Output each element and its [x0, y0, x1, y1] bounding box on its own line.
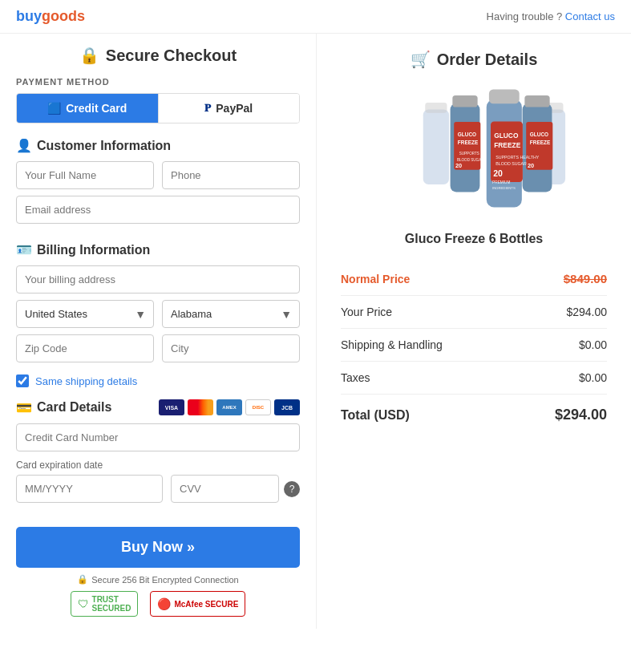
- taxes-row: Taxes $0.00: [341, 362, 607, 395]
- state-select-wrap: Alabama ▼: [162, 300, 300, 328]
- header-right: Having trouble ? Contact us: [487, 10, 615, 22]
- shield-icon: 🛡: [78, 597, 89, 610]
- svg-text:GLUCO: GLUCO: [458, 132, 476, 137]
- same-shipping-row: Same shipping details: [16, 374, 300, 387]
- mcafee-label: McAfee SECURE: [174, 600, 238, 609]
- order-details-panel: 🛒 Order Details: [317, 34, 631, 629]
- cvv-help-icon[interactable]: ?: [284, 481, 300, 497]
- expiry-cvv-row: ?: [16, 475, 300, 503]
- credit-card-tab[interactable]: 🟦 Credit Card: [17, 94, 158, 123]
- city-input[interactable]: [162, 334, 300, 362]
- state-select[interactable]: Alabama: [162, 300, 300, 328]
- svg-rect-1: [425, 103, 447, 113]
- customer-title: 👤 Customer Information: [16, 138, 300, 153]
- svg-rect-0: [423, 110, 449, 185]
- full-name-input[interactable]: [16, 161, 154, 189]
- checkout-panel: 🔒 Secure Checkout PAYMENT METHOD 🟦 Credi…: [0, 34, 317, 629]
- logo-buy: buy: [16, 8, 42, 24]
- trust-secured-label: TRUSTSECURED: [92, 595, 131, 613]
- expiry-input[interactable]: [16, 475, 163, 503]
- main-layout: 🔒 Secure Checkout PAYMENT METHOD 🟦 Credi…: [0, 34, 631, 629]
- lock-icon: 🔒: [79, 46, 99, 65]
- same-shipping-checkbox[interactable]: [16, 374, 29, 387]
- payment-method-label: PAYMENT METHOD: [16, 77, 300, 87]
- contact-link[interactable]: Contact us: [565, 10, 615, 22]
- trust-secured-badge: 🛡 TRUSTSECURED: [71, 591, 139, 617]
- payment-method-section: PAYMENT METHOD 🟦 Credit Card 𝐏 PayPal: [16, 77, 300, 123]
- checkout-title: 🔒 Secure Checkout: [16, 46, 300, 65]
- country-select[interactable]: United States: [16, 300, 154, 328]
- billing-address-input[interactable]: [16, 265, 300, 293]
- shipping-value: $0.00: [579, 338, 607, 351]
- mastercard-icon: [188, 399, 213, 415]
- svg-text:BLOOD SUGAR: BLOOD SUGAR: [457, 158, 484, 162]
- paypal-icon: 𝐏: [204, 102, 211, 115]
- trouble-text: Having trouble ?: [487, 10, 563, 22]
- amex-icon: AMEX: [216, 399, 242, 415]
- zip-input[interactable]: [16, 334, 154, 362]
- svg-text:SUPPORTS: SUPPORTS: [459, 152, 479, 156]
- cvv-input[interactable]: [171, 475, 279, 503]
- jcb-icon: JCB: [274, 399, 300, 415]
- svg-text:FREEZE: FREEZE: [494, 141, 520, 149]
- svg-text:GLUCO: GLUCO: [530, 132, 548, 137]
- paypal-tab[interactable]: 𝐏 PayPal: [158, 94, 300, 123]
- zip-city-row: [16, 334, 300, 362]
- same-shipping-label[interactable]: Same shipping details: [35, 375, 137, 387]
- product-image: GLUCO FREEZE SUPPORTS BLOOD SUGAR 20 GLU…: [378, 81, 570, 217]
- lock-small-icon: 🔒: [77, 574, 88, 585]
- card-number-input[interactable]: [16, 423, 300, 451]
- name-phone-row: [16, 161, 300, 189]
- svg-rect-5: [452, 95, 477, 107]
- payment-tabs: 🟦 Credit Card 𝐏 PayPal: [16, 93, 300, 123]
- country-state-row: United States ▼ Alabama ▼: [16, 300, 300, 328]
- product-image-wrap: GLUCO FREEZE SUPPORTS BLOOD SUGAR 20 GLU…: [341, 81, 607, 220]
- total-row: Total (USD) $294.00: [341, 395, 607, 433]
- card-details-title: 💳 Card Details: [16, 400, 111, 415]
- site-header: buygoods Having trouble ? Contact us: [0, 0, 631, 34]
- total-value: $294.00: [555, 407, 607, 423]
- your-price-value: $294.00: [566, 306, 607, 318]
- card-details-header: 💳 Card Details VISA AMEX DISC JCB: [16, 399, 300, 415]
- taxes-label: Taxes: [341, 371, 370, 384]
- svg-text:FREEZE: FREEZE: [530, 140, 551, 145]
- total-label: Total (USD): [341, 408, 410, 423]
- billing-title: 🪪 Billing Information: [16, 242, 300, 257]
- buy-now-button[interactable]: Buy Now »: [16, 527, 300, 568]
- phone-input[interactable]: [162, 161, 300, 189]
- cart-icon: 🛒: [411, 50, 431, 69]
- svg-text:BLOOD SUGAR: BLOOD SUGAR: [495, 161, 527, 166]
- normal-price-label: Normal Price: [341, 273, 410, 285]
- svg-rect-19: [489, 90, 520, 104]
- normal-price-row: Normal Price $849.00: [341, 262, 607, 296]
- secure-text-row: 🔒 Secure 256 Bit Encrypted Connection: [16, 574, 300, 585]
- secure-text-label: Secure 256 Bit Encrypted Connection: [91, 575, 238, 585]
- mcafee-badge: 🔴 McAfee SECURE: [150, 591, 245, 617]
- cvv-wrap: ?: [171, 475, 300, 503]
- svg-text:20: 20: [455, 162, 462, 169]
- trust-badges: 🛡 TRUSTSECURED 🔴 McAfee SECURE: [16, 591, 300, 617]
- country-select-wrap: United States ▼: [16, 300, 154, 328]
- taxes-value: $0.00: [579, 371, 607, 384]
- customer-section: 👤 Customer Information: [16, 138, 300, 230]
- svg-text:20: 20: [528, 162, 534, 169]
- card-type-icons: VISA AMEX DISC JCB: [159, 399, 300, 415]
- svg-text:GLUCO: GLUCO: [494, 132, 519, 140]
- order-details-title: 🛒 Order Details: [341, 50, 607, 69]
- mcafee-icon: 🔴: [157, 597, 171, 610]
- person-icon: 👤: [16, 138, 32, 153]
- your-price-label: Your Price: [341, 306, 392, 318]
- svg-text:FREEZE: FREEZE: [458, 140, 479, 145]
- card-details-section: 💳 Card Details VISA AMEX DISC JCB Card e…: [16, 399, 300, 503]
- normal-price-value: $849.00: [564, 272, 607, 285]
- visa-icon: VISA: [159, 399, 184, 415]
- product-name: Gluco Freeze 6 Bottles: [341, 232, 607, 246]
- credit-card-label: Credit Card: [66, 102, 127, 115]
- id-card-icon: 🪪: [16, 242, 32, 257]
- paypal-label: PayPal: [216, 102, 253, 115]
- card-icon: 💳: [16, 400, 32, 415]
- shipping-row: Shipping & Handling $0.00: [341, 329, 607, 362]
- svg-text:INGREDIENTS: INGREDIENTS: [492, 186, 516, 190]
- email-input[interactable]: [16, 196, 300, 224]
- svg-text:PREMIUM: PREMIUM: [492, 180, 510, 184]
